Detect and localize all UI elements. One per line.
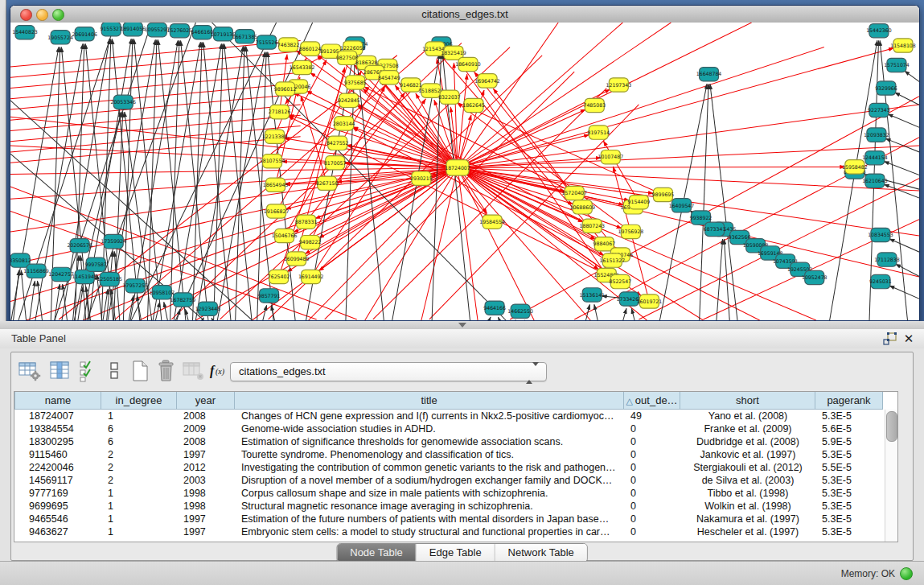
cell-out_degree[interactable]: 0: [624, 435, 680, 448]
cell-short[interactable]: Yano et al. (2008): [680, 410, 815, 422]
graph-node[interactable]: 9242845: [338, 93, 360, 107]
select-rows-button[interactable]: [77, 357, 106, 385]
cell-out_degree[interactable]: 0: [624, 474, 680, 487]
table-row[interactable]: 946362711997Embryonic stem cells: a mode…: [14, 525, 897, 538]
graph-node[interactable]: 19756928: [618, 225, 644, 238]
memory-status-indicator[interactable]: [900, 567, 913, 580]
cell-out_degree[interactable]: 0: [624, 513, 680, 525]
graph-node[interactable]: 7515526: [256, 35, 278, 49]
graph-node[interactable]: 10834553: [868, 228, 893, 241]
table-selector-dropdown[interactable]: citations_edges.txt: [230, 362, 547, 381]
cell-in_degree[interactable]: 2: [101, 461, 177, 474]
cell-title[interactable]: Embryonic stem cells: a model to study s…: [235, 525, 624, 538]
cell-pagerank[interactable]: 5.3E-5: [815, 525, 883, 538]
graph-node[interactable]: 17957255: [123, 279, 149, 293]
graph-node[interactable]: 10955297: [145, 23, 170, 37]
graph-node[interactable]: 7485083: [583, 98, 606, 112]
cell-year[interactable]: 1997: [177, 525, 235, 538]
graph-node[interactable]: 2718126: [269, 105, 291, 118]
graph-node[interactable]: 19166827: [264, 204, 290, 218]
cell-short[interactable]: Jankovic et al. (1997): [680, 448, 815, 461]
cell-year[interactable]: 2008: [177, 410, 235, 422]
cell-short[interactable]: Nakamura et al. (1997): [680, 513, 815, 525]
cell-year[interactable]: 2008: [177, 435, 235, 448]
cell-short[interactable]: de Silva et al. (2003): [680, 474, 815, 487]
graph-node[interactable]: 16099489: [284, 252, 310, 266]
cell-in_degree[interactable]: 6: [101, 435, 177, 448]
graph-node[interactable]: 12042757: [48, 267, 74, 281]
table-row[interactable]: 946554611997Estimation of the future num…: [14, 513, 897, 525]
graph-node[interactable]: 16409547: [669, 199, 695, 212]
table-row[interactable]: 2242004622012Investigating the contribut…: [14, 461, 897, 474]
graph-node[interactable]: 8878331: [295, 215, 318, 229]
graph-node[interactable]: 10952478: [802, 270, 827, 284]
cell-year[interactable]: 2009: [177, 422, 235, 435]
cell-in_degree[interactable]: 2: [101, 474, 177, 487]
graph-node[interactable]: 16210643: [862, 174, 888, 187]
cell-pagerank[interactable]: 5.3E-5: [815, 513, 883, 525]
graph-node[interactable]: 15136141: [580, 288, 606, 302]
tab-network-table[interactable]: Network Table: [495, 544, 587, 562]
citation-network-graph[interactable]: 1544082319055724206914069155327189140561…: [10, 23, 919, 320]
graph-node[interactable]: 9997587: [84, 257, 107, 271]
cell-out_degree[interactable]: 0: [624, 461, 680, 474]
network-canvas[interactable]: 1544082319055724206914069155327189140561…: [10, 23, 919, 320]
cell-pagerank[interactable]: 5.3E-5: [815, 474, 883, 487]
graph-node[interactable]: 18724007: [445, 160, 470, 175]
divider-grip-icon[interactable]: [458, 323, 466, 328]
delete-table-button[interactable]: [154, 357, 183, 385]
graph-node[interactable]: 15046766: [272, 229, 298, 242]
graph-node[interactable]: 15751074: [884, 58, 910, 72]
graph-node[interactable]: 8427552: [326, 136, 349, 150]
cell-out_degree[interactable]: 0: [624, 500, 680, 513]
graph-node[interactable]: 9896012: [274, 82, 297, 96]
cell-pagerank[interactable]: 5.3E-5: [815, 448, 883, 461]
table-vertical-scrollbar[interactable]: [885, 410, 897, 542]
cell-title[interactable]: Investigating the contribution of common…: [235, 461, 624, 474]
graph-node[interactable]: 9155327: [100, 23, 122, 36]
cell-pagerank[interactable]: 5.3E-5: [815, 500, 883, 513]
cell-year[interactable]: 1998: [177, 500, 235, 513]
cell-title[interactable]: Structural magnetic resonance image aver…: [235, 500, 624, 513]
cell-year[interactable]: 1997: [177, 513, 235, 525]
cell-name[interactable]: 14569117: [14, 474, 101, 487]
graph-node[interactable]: 9899695: [652, 187, 675, 201]
graph-node[interactable]: 10688609: [569, 200, 595, 214]
tab-edge-table[interactable]: Edge Table: [417, 544, 495, 562]
graph-node[interactable]: 20691406: [72, 27, 97, 41]
graph-node[interactable]: 20053346: [110, 95, 136, 109]
graph-node[interactable]: 18107554: [260, 154, 285, 168]
cell-out_degree[interactable]: 49: [624, 410, 680, 422]
graph-node[interactable]: 19055724: [47, 31, 73, 44]
graph-node[interactable]: 18640910: [455, 57, 481, 71]
graph-node[interactable]: 9464166: [483, 301, 506, 315]
graph-node[interactable]: 2803144: [333, 117, 355, 130]
graph-node[interactable]: 12505185: [97, 272, 122, 286]
graph-node[interactable]: 7625402: [268, 270, 290, 283]
cell-out_degree[interactable]: 0: [624, 525, 680, 538]
graph-node[interactable]: 8267150: [316, 176, 339, 190]
graph-node[interactable]: 8197514: [587, 126, 610, 139]
cell-short[interactable]: Hescheler et al. (1997): [680, 525, 815, 538]
graph-node[interactable]: 15440823: [12, 26, 38, 39]
graph-node[interactable]: 11548108: [890, 39, 916, 52]
cell-name[interactable]: 9699695: [14, 500, 101, 513]
cell-in_degree[interactable]: 1: [101, 500, 177, 513]
graph-node[interactable]: 9857791: [258, 289, 281, 303]
column-header-out_degree[interactable]: △out_de…: [624, 392, 680, 410]
graph-node[interactable]: 17359924: [101, 234, 126, 248]
table-row[interactable]: 1938455462009Genome-wide association stu…: [14, 422, 897, 435]
cell-title[interactable]: Genome-wide association studies in ADHD.: [235, 422, 624, 435]
graph-node[interactable]: 7463822: [277, 38, 300, 51]
column-header-pagerank[interactable]: pagerank: [815, 392, 883, 410]
cell-name[interactable]: 9777169: [14, 487, 101, 500]
cell-short[interactable]: Tibbo et al. (1998): [680, 487, 815, 500]
table-row[interactable]: 1872400712008Changes of HCN gene express…: [14, 410, 897, 422]
cell-pagerank[interactable]: 5.3E-5: [815, 410, 883, 422]
graph-node[interactable]: 2930215: [410, 171, 433, 185]
table-row[interactable]: 977716911998Corpus callosum shape and si…: [14, 487, 897, 500]
cell-pagerank[interactable]: 5.9E-5: [815, 435, 883, 448]
graph-node[interactable]: 8454749: [378, 71, 400, 84]
cell-short[interactable]: Stergiakouli et al. (2012): [680, 461, 815, 474]
graph-node[interactable]: 16151327: [600, 253, 626, 267]
